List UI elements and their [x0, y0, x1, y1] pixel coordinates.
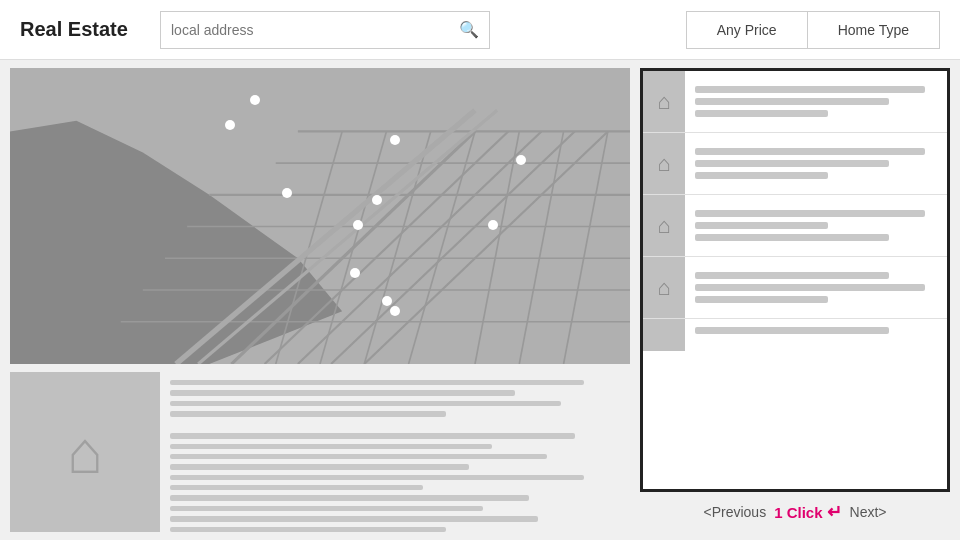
listing-line: [695, 160, 889, 167]
listing-item[interactable]: ⌂: [643, 133, 947, 195]
listing-line: [695, 222, 828, 229]
map-area[interactable]: [10, 68, 630, 364]
listing-info: [685, 133, 947, 194]
detail-line: [170, 380, 584, 385]
listing-line: [695, 98, 889, 105]
map-dot[interactable]: [390, 135, 400, 145]
left-panel: ⌂: [0, 60, 636, 540]
detail-line: [170, 411, 446, 416]
right-panel: ⌂ ⌂ ⌂: [640, 68, 950, 532]
click-arrow-icon: ↵: [827, 501, 842, 523]
detail-line: [170, 516, 538, 521]
listing-info: [685, 71, 947, 132]
detail-line: [170, 464, 469, 469]
home-icon: ⌂: [657, 213, 670, 239]
map-dot[interactable]: [488, 220, 498, 230]
detail-line: [170, 527, 446, 532]
detail-image: ⌂: [10, 372, 160, 532]
listing-item[interactable]: ⌂: [643, 257, 947, 319]
detail-text: [170, 372, 630, 532]
map-dot[interactable]: [225, 120, 235, 130]
listing-item-partial[interactable]: [643, 319, 947, 351]
detail-line: [170, 454, 547, 459]
search-icon: 🔍: [459, 20, 479, 39]
listing-item[interactable]: ⌂: [643, 195, 947, 257]
listing-icon: ⌂: [643, 133, 685, 194]
price-filter-button[interactable]: Any Price: [687, 12, 808, 48]
filter-buttons: Any Price Home Type: [686, 11, 940, 49]
bottom-detail: ⌂: [10, 372, 630, 532]
search-bar: 🔍: [160, 11, 490, 49]
detail-line: [170, 475, 584, 480]
listing-line: [695, 234, 889, 241]
home-icon: ⌂: [657, 89, 670, 115]
listing-icon: ⌂: [643, 71, 685, 132]
header: Real Estate 🔍 Any Price Home Type: [0, 0, 960, 60]
listing-line: [695, 327, 889, 334]
next-button[interactable]: Next>: [850, 504, 887, 520]
listing-item[interactable]: ⌂: [643, 71, 947, 133]
type-filter-button[interactable]: Home Type: [808, 12, 939, 48]
listing-panel: ⌂ ⌂ ⌂: [640, 68, 950, 492]
map-dot[interactable]: [372, 195, 382, 205]
listing-line: [695, 110, 828, 117]
home-icon-large: ⌂: [67, 418, 103, 487]
map-dot[interactable]: [516, 155, 526, 165]
listing-icon-partial: [643, 319, 685, 351]
detail-line: [170, 495, 529, 500]
main-content: ⌂: [0, 60, 960, 540]
detail-line: [170, 485, 423, 490]
home-icon: ⌂: [657, 275, 670, 301]
detail-line: [170, 390, 515, 395]
map-dot[interactable]: [282, 188, 292, 198]
listing-icon: ⌂: [643, 195, 685, 256]
pagination: <Previous 1 Click ↵ Next>: [640, 492, 950, 532]
click-indicator: 1 Click ↵: [774, 501, 841, 523]
detail-line: [170, 433, 575, 438]
listing-icon: ⌂: [643, 257, 685, 318]
app-title: Real Estate: [20, 18, 140, 41]
listing-line: [695, 86, 925, 93]
listing-line: [695, 296, 828, 303]
click-label: 1 Click: [774, 504, 822, 521]
map-dot[interactable]: [353, 220, 363, 230]
listing-info-partial: [685, 319, 947, 351]
map-dot[interactable]: [250, 95, 260, 105]
listing-line: [695, 172, 828, 179]
detail-line: [170, 506, 483, 511]
map-dot[interactable]: [390, 306, 400, 316]
map-dot[interactable]: [382, 296, 392, 306]
map-svg: [10, 68, 630, 364]
search-input[interactable]: [171, 22, 459, 38]
detail-line: [170, 401, 561, 406]
home-icon: ⌂: [657, 151, 670, 177]
map-dot[interactable]: [350, 268, 360, 278]
listing-info: [685, 195, 947, 256]
listing-line: [695, 284, 925, 291]
listing-line: [695, 210, 925, 217]
detail-line: [170, 444, 492, 449]
listing-line: [695, 148, 925, 155]
listing-info: [685, 257, 947, 318]
listing-line: [695, 272, 889, 279]
previous-button[interactable]: <Previous: [704, 504, 767, 520]
